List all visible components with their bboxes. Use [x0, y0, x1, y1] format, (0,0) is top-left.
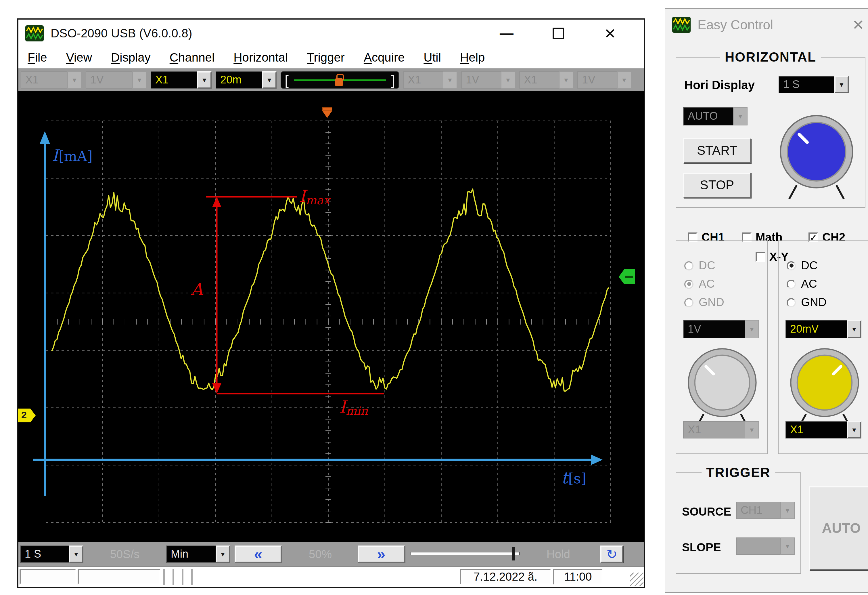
dropdown-arrow-icon[interactable]: ▼ [69, 546, 83, 563]
tb-volts2-combo[interactable]: 20m ▼ [216, 71, 277, 88]
close-button[interactable]: ✕ [598, 24, 622, 43]
menu-view-rest: iew [74, 50, 92, 64]
dropdown-arrow-icon[interactable]: ▼ [216, 546, 230, 563]
stop-button[interactable]: STOP [683, 173, 751, 198]
tb-probe3-combo[interactable]: X1 ▼ [403, 71, 457, 88]
scroll-left-button[interactable]: « [235, 546, 282, 563]
trigger-pointer-arrow-icon [322, 111, 332, 118]
display-mode-combo[interactable]: Min ▼ [166, 546, 230, 563]
radio-dot [687, 282, 691, 286]
easy-control-close-button[interactable]: ✕ [852, 16, 868, 33]
easy-control-titlebar: Easy Control ✕ [665, 9, 868, 41]
ch1-gnd-radio[interactable]: GND [684, 296, 724, 309]
menu-file[interactable]: File [28, 50, 47, 64]
ch2-gnd-radio[interactable]: GND [787, 296, 827, 309]
trigger-position-marker[interactable] [335, 73, 343, 87]
tb-volts3-combo[interactable]: 1V ▼ [461, 71, 515, 88]
horizontal-knob[interactable] [773, 108, 860, 201]
ch1-probe-combo[interactable]: X1 ▼ [683, 421, 759, 438]
ch1-ac-radio[interactable]: AC [684, 277, 715, 291]
dropdown-arrow-icon[interactable]: ▼ [780, 502, 795, 519]
tb-probe2-combo[interactable]: X1 ▼ [151, 71, 212, 88]
ch2-probe-value: X1 [785, 421, 847, 438]
menu-file-rest: ile [35, 50, 47, 64]
dropdown-arrow-icon[interactable]: ▼ [262, 71, 277, 88]
dropdown-arrow-icon[interactable]: ▼ [745, 320, 759, 338]
dropdown-arrow-icon[interactable]: ▼ [745, 421, 759, 438]
menu-acquire[interactable]: Acquire [364, 50, 404, 64]
dso-main-window: DSO-2090 USB (V6.0.0.8) — ✕ File View Di… [17, 18, 645, 588]
start-button[interactable]: START [683, 138, 751, 163]
trigger-slope-combo[interactable]: ▼ [736, 537, 795, 555]
tb-volts2-value: 20m [216, 71, 262, 88]
ch1-panel: DC AC GND 1V ▼ X1 ▼ [676, 240, 768, 454]
menu-util[interactable]: Util [424, 50, 441, 64]
ch2-knob[interactable] [783, 342, 866, 429]
hori-timebase-combo[interactable]: 1 S ▼ [779, 76, 849, 93]
ch1-volts-combo[interactable]: 1V ▼ [683, 320, 759, 338]
ch1-knob[interactable] [681, 342, 764, 429]
refresh-icon: ↻ [606, 548, 618, 561]
trigger-group: TRIGGER SOURCE CH1 ▼ SLOPE ▼ [676, 472, 801, 574]
dropdown-arrow-icon[interactable]: ▼ [617, 71, 631, 88]
trigger-position-slider[interactable]: [ ] [280, 71, 399, 88]
menu-display[interactable]: Display [111, 50, 151, 64]
dropdown-arrow-icon[interactable]: ▼ [834, 76, 849, 93]
trigger-source-combo[interactable]: CH1 ▼ [736, 502, 795, 519]
ch2-volts-value: 20mV [785, 320, 847, 338]
position-slider[interactable] [410, 546, 520, 563]
radio-circle [787, 261, 796, 270]
dropdown-arrow-icon[interactable]: ▼ [443, 71, 457, 88]
ch2-ac-radio[interactable]: AC [787, 277, 817, 291]
tb-volts1-combo[interactable]: 1V ▼ [86, 71, 147, 88]
dropdown-arrow-icon[interactable]: ▼ [733, 107, 747, 126]
minimize-button[interactable]: — [495, 24, 519, 43]
trigger-position-pointer[interactable] [321, 107, 334, 121]
tb-probe4-combo[interactable]: X1 ▼ [519, 71, 573, 88]
menu-help[interactable]: Help [460, 50, 485, 64]
ch1-volts-value: 1V [683, 320, 745, 338]
imin-subscript: min [346, 404, 368, 418]
trigger-mode-combo[interactable]: AUTO ▼ [683, 107, 747, 126]
resize-grip[interactable] [630, 573, 644, 586]
menu-channel[interactable]: Channel [170, 50, 214, 64]
hori-timebase-value: 1 S [779, 76, 834, 93]
menu-acquire-rest: cquire [372, 50, 404, 64]
maximize-button[interactable] [546, 24, 570, 43]
timebase-combo[interactable]: 1 S ▼ [20, 546, 83, 563]
dropdown-arrow-icon[interactable]: ▼ [847, 320, 861, 338]
menu-trigger[interactable]: Trigger [307, 50, 345, 64]
radio-circle [684, 298, 694, 307]
tb-probe1-combo[interactable]: X1 ▼ [21, 71, 82, 88]
dropdown-arrow-icon[interactable]: ▼ [197, 71, 212, 88]
dropdown-arrow-icon[interactable]: ▼ [67, 71, 82, 88]
menu-view[interactable]: View [66, 50, 92, 64]
dropdown-arrow-icon[interactable]: ▼ [559, 71, 573, 88]
radio-circle [684, 280, 694, 289]
horizontal-group-legend: HORIZONTAL [720, 49, 821, 65]
window-controls: — ✕ [495, 24, 637, 43]
status-bar: 7.12.2022 ã. 11:00 [18, 566, 644, 587]
position-slider-handle[interactable] [512, 547, 515, 561]
scroll-right-button[interactable]: » [358, 546, 405, 563]
status-panel-progress [78, 569, 161, 585]
hori-display-label: Hori Display [684, 78, 755, 92]
amplitude-symbol: A [191, 280, 203, 299]
scope-graticule-and-waveform [18, 91, 644, 542]
ch2-dc-radio[interactable]: DC [787, 259, 818, 272]
ch2-probe-combo[interactable]: X1 ▼ [785, 421, 861, 438]
position-percent-display: 50% [286, 546, 355, 563]
ch2-volts-combo[interactable]: 20mV ▼ [785, 320, 861, 338]
tb-volts4-combo[interactable]: 1V ▼ [577, 71, 631, 88]
menu-help-key: H [460, 50, 469, 64]
position-slider-track [410, 552, 520, 555]
trigger-slope-label: SLOPE [682, 541, 721, 554]
dropdown-arrow-icon[interactable]: ▼ [847, 421, 861, 438]
refresh-button[interactable]: ↻ [600, 546, 623, 563]
ch1-dc-radio[interactable]: DC [684, 259, 715, 272]
menu-horizontal[interactable]: Horizontal [233, 50, 288, 64]
dropdown-arrow-icon[interactable]: ▼ [132, 71, 147, 88]
dropdown-arrow-icon[interactable]: ▼ [501, 71, 515, 88]
trigger-auto-button[interactable]: AUTO [809, 486, 868, 570]
dropdown-arrow-icon[interactable]: ▼ [780, 537, 795, 555]
